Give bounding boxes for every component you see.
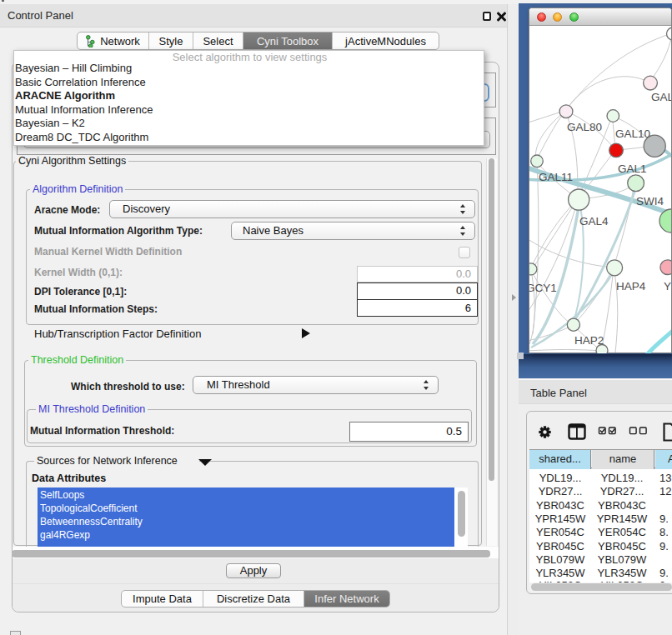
svg-text:GAL10: GAL10: [615, 128, 650, 140]
svg-text:GCY1: GCY1: [529, 282, 557, 294]
svg-text:HAP4: HAP4: [616, 280, 646, 292]
svg-text:GAL11: GAL11: [539, 171, 573, 183]
svg-text:Y: Y: [664, 280, 671, 292]
svg-text:SWI4: SWI4: [636, 195, 664, 208]
svg-text:GAL4: GAL4: [579, 215, 609, 228]
svg-text:HAP2: HAP2: [574, 334, 604, 347]
svg-text:GAL1: GAL1: [618, 162, 647, 175]
svg-text:GAL80: GAL80: [567, 121, 602, 133]
svg-text:GAL: GAL: [651, 91, 671, 103]
